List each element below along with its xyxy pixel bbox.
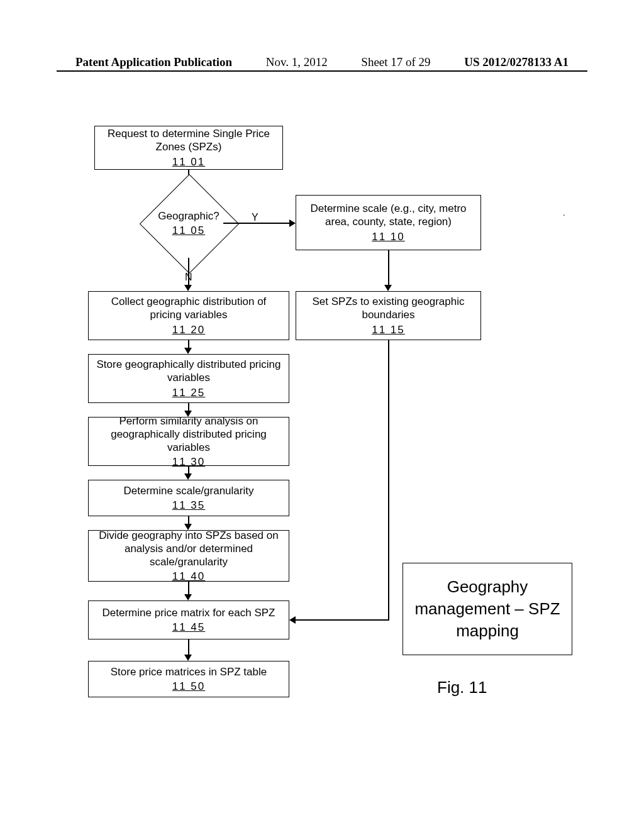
node-1110-ref: 11 10 [372, 230, 405, 243]
node-1105-ref: 11 05 [172, 224, 206, 237]
arrowhead-1140-1145 [184, 594, 192, 600]
node-1120: Collect geographic distribution of prici… [88, 291, 289, 340]
node-1115: Set SPZs to existing geographic boundari… [296, 291, 481, 340]
node-1120-ref: 11 20 [172, 323, 206, 336]
node-1105-text: Geographic? [158, 209, 219, 223]
header-rule [57, 70, 587, 72]
node-1140-text: Divide geography into SPZs based on anal… [95, 529, 282, 569]
page: Patent Application Publication Nov. 1, 2… [0, 0, 644, 830]
header-date: Nov. 1, 2012 [266, 55, 328, 69]
title-box: Geography management – SPZ mapping [402, 563, 572, 655]
arrow-1140-1145 [188, 582, 189, 595]
node-1125-text: Store geographically distributed pricing… [95, 358, 282, 385]
node-1115-text: Set SPZs to existing geographic boundari… [303, 295, 474, 322]
node-1150-ref: 11 50 [172, 680, 206, 693]
figure-label: Fig. 11 [437, 678, 487, 697]
node-1110: Determine scale (e.g., city, metro area,… [296, 195, 481, 250]
node-1150-text: Store price matrices in SPZ table [111, 665, 267, 678]
node-1140: Divide geography into SPZs based on anal… [88, 530, 289, 582]
node-1145-text: Determine price matrix for each SPZ [103, 606, 275, 619]
node-1135-text: Determine scale/granularity [124, 484, 254, 497]
header-pubno: US 2012/0278133 A1 [464, 55, 569, 69]
tick-mark: . [563, 208, 565, 218]
arrowhead-1120-1125 [184, 348, 192, 354]
node-1101-ref: 11 01 [172, 155, 206, 169]
node-1125-ref: 11 25 [172, 386, 206, 399]
node-1135-ref: 11 35 [172, 499, 206, 512]
arrowhead-1130-1135 [184, 473, 192, 480]
arrowhead-1115-1145 [289, 616, 296, 624]
node-1130-text: Perform similarity analysis on geographi… [95, 414, 282, 455]
node-1145: Determine price matrix for each SPZ 11 4… [88, 600, 289, 639]
node-1145-ref: 11 45 [172, 621, 206, 634]
node-1135: Determine scale/granularity 11 35 [88, 480, 289, 516]
arrow-1110-1115 [388, 250, 389, 286]
title-text: Geography management – SPZ mapping [414, 577, 560, 640]
label-no: N [185, 272, 192, 283]
node-1115-ref: 11 15 [372, 323, 405, 336]
page-header: Patent Application Publication Nov. 1, 2… [0, 55, 644, 69]
arrowhead-1105-1110 [289, 219, 296, 227]
arrowhead-1110-1115 [384, 285, 392, 291]
arrowhead-1105-1120 [184, 285, 192, 291]
arrow-1115-1145-h [296, 619, 389, 621]
arrow-1115-1145-v [388, 340, 389, 619]
arrow-1145-1150 [188, 639, 189, 656]
node-1110-text: Determine scale (e.g., city, metro area,… [303, 202, 474, 229]
arrowhead-1145-1150 [184, 655, 192, 661]
node-1120-text: Collect geographic distribution of prici… [95, 295, 282, 322]
node-1101-text: Request to determine Single Price Zones … [101, 127, 276, 154]
header-left: Patent Application Publication [75, 55, 232, 69]
node-1125: Store geographically distributed pricing… [88, 354, 289, 403]
label-yes: Y [252, 212, 258, 223]
node-1105-label: Geographic? 11 05 [126, 189, 251, 258]
node-1130: Perform similarity analysis on geographi… [88, 417, 289, 466]
node-1101: Request to determine Single Price Zones … [94, 126, 283, 170]
header-sheet: Sheet 17 of 29 [361, 55, 430, 69]
node-1150: Store price matrices in SPZ table 11 50 [88, 661, 289, 697]
node-1105: Geographic? 11 05 [154, 189, 223, 258]
